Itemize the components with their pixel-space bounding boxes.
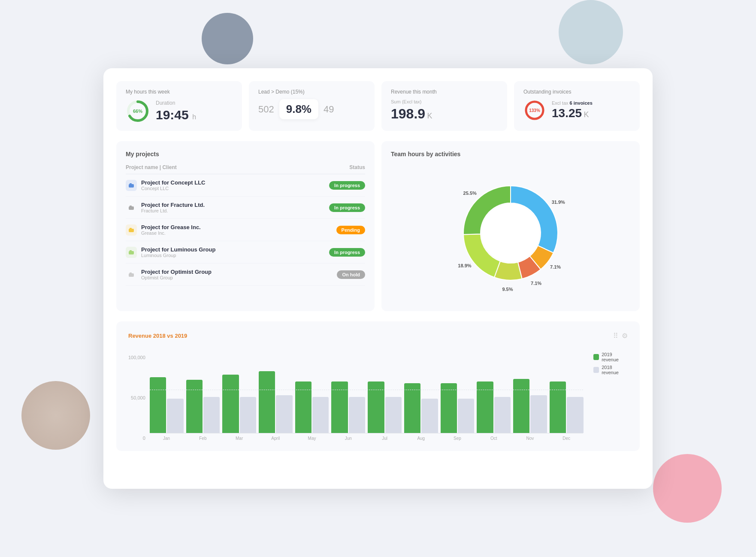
y-axis-label: 0: [143, 436, 145, 441]
bars-grid: [150, 348, 584, 433]
bar-group: [259, 371, 293, 433]
table-row[interactable]: Project for Grease Inc. Grease Inc. Pend…: [126, 219, 365, 241]
projects-panel: My projects Project name | Client Status: [116, 141, 375, 311]
x-label: Sep: [441, 436, 475, 441]
table-row[interactable]: Project for Luminous Group Luminous Grou…: [126, 241, 365, 263]
bar-chart-panel: Revenue 2018 vs 2019 ⠿ ⚙ 100,00050,0000: [116, 321, 640, 451]
bar-group: [331, 381, 365, 433]
lead-left-num: 502: [258, 104, 274, 115]
grid-icon[interactable]: ⠿: [613, 332, 618, 340]
project-icon: [126, 247, 137, 258]
project-client: Luminous Group: [141, 253, 215, 258]
invoices-card: Outstanding invoices 133% Excl tax 6 inv…: [514, 81, 640, 131]
x-label: Jun: [331, 436, 365, 441]
y-axis-label: 100,000: [128, 355, 145, 360]
svg-rect-6: [129, 206, 134, 210]
bar-2019: [550, 381, 566, 433]
bar-group: [513, 379, 547, 433]
invoices-unit: K: [584, 110, 589, 119]
col-status: Status: [296, 164, 365, 174]
status-badge: Pending: [336, 226, 365, 234]
stats-row: My hours this week 66% Duration 19:45 h: [116, 81, 640, 131]
settings-icon[interactable]: ⚙: [622, 332, 628, 340]
deco-circle-blue: [559, 0, 623, 64]
hours-card: My hours this week 66% Duration 19:45 h: [116, 81, 242, 131]
bar-2019: [295, 381, 311, 433]
project-name: Project for Luminous Group: [141, 246, 215, 253]
y-axis-label: 50,000: [131, 395, 145, 400]
x-label: Aug: [404, 436, 438, 441]
revenue-card: Revenue this month Sum (Excl tax) 198.9 …: [381, 81, 507, 131]
revenue-sum-label: Sum (Excl tax): [391, 99, 498, 104]
svg-rect-7: [130, 206, 132, 207]
donut-label: 18.9%: [458, 263, 471, 268]
dashboard: My hours this week 66% Duration 19:45 h: [103, 68, 653, 489]
legend: 2019 revenue 2018 revenue: [593, 352, 628, 375]
bar-chart-title: Revenue 2018 vs 2019: [128, 333, 187, 339]
table-row[interactable]: Project for Fracture Ltd. Fracture Ltd. …: [126, 197, 365, 219]
bar-2018: [240, 397, 256, 433]
svg-rect-8: [129, 229, 134, 232]
middle-row: My projects Project name | Client Status: [116, 141, 640, 311]
hours-ring-label: 66%: [133, 109, 142, 114]
status-badge: In progress: [329, 248, 365, 257]
donut-label: 9.5%: [502, 287, 513, 292]
bar-2019: [441, 383, 457, 433]
lead-right-num: 49: [324, 104, 334, 115]
x-label: May: [295, 436, 329, 441]
invoices-value: 13.25: [552, 106, 582, 120]
bar-group: [477, 381, 511, 433]
bar-2019: [222, 375, 239, 433]
bar-group: [222, 375, 256, 433]
donut-title: Team hours by activities: [391, 151, 630, 157]
revenue-value: 198.9: [391, 106, 425, 121]
hours-unit: h: [192, 113, 196, 121]
donut-label: 7.1%: [550, 264, 561, 269]
projects-table: Project name | Client Status Project for…: [126, 164, 365, 286]
deco-circle-gray: [202, 13, 253, 64]
bar-2019: [368, 381, 384, 433]
revenue-unit: K: [427, 112, 432, 120]
x-label: Jan: [150, 436, 184, 441]
y-axis: 100,00050,0000: [128, 355, 150, 441]
lead-demo-card: Lead > Demo (15%) 502 9.8% 49: [249, 81, 375, 131]
x-label: Nov: [513, 436, 547, 441]
bar-chart-controls: ⠿ ⚙: [613, 332, 628, 340]
bar-2019: [513, 379, 529, 433]
x-label: Mar: [222, 436, 256, 441]
donut-label: 25.5%: [463, 191, 477, 196]
table-row[interactable]: Project for Optimist Group Optimist Grou…: [126, 263, 365, 286]
donut-panel: Team hours by activities 31.9%7.1%7.1%9.…: [381, 141, 640, 311]
svg-rect-11: [130, 250, 132, 251]
bar-2018: [385, 397, 402, 433]
svg-rect-10: [129, 251, 134, 254]
status-badge: In progress: [329, 181, 365, 190]
bar-group: [368, 381, 402, 433]
table-row[interactable]: Project for Concept LLC Concept LLC In p…: [126, 174, 365, 197]
invoices-ring-label: 133%: [529, 108, 540, 113]
legend-label: 2018 revenue: [602, 365, 628, 375]
deco-circle-pink: [653, 454, 722, 523]
invoices-excl-label: Excl tax 6 invoices: [552, 100, 593, 106]
project-icon: [126, 224, 137, 236]
bar-2018: [312, 397, 329, 433]
svg-rect-12: [129, 273, 134, 277]
x-label: Dec: [550, 436, 584, 441]
x-label: April: [259, 436, 293, 441]
project-name: Project for Grease Inc.: [141, 224, 201, 230]
project-name: Project for Optimist Group: [141, 269, 212, 275]
legend-dot: [593, 354, 599, 360]
project-icon: [126, 202, 137, 213]
lead-demo-title: Lead > Demo (15%): [258, 89, 365, 95]
invoices-title: Outstanding invoices: [523, 89, 630, 95]
col-project-name: Project name | Client: [126, 164, 296, 174]
project-name: Project for Fracture Ltd.: [141, 202, 205, 208]
hours-duration-label: Duration: [156, 100, 196, 106]
project-name: Project for Concept LLC: [141, 179, 206, 186]
x-label: Jul: [368, 436, 402, 441]
svg-rect-4: [129, 184, 134, 188]
legend-item: 2018 revenue: [593, 365, 628, 375]
project-client: Optimist Group: [141, 275, 212, 280]
donut-chart: 31.9%7.1%7.1%9.5%18.9%25.5%: [391, 164, 630, 302]
project-icon: [126, 180, 137, 191]
